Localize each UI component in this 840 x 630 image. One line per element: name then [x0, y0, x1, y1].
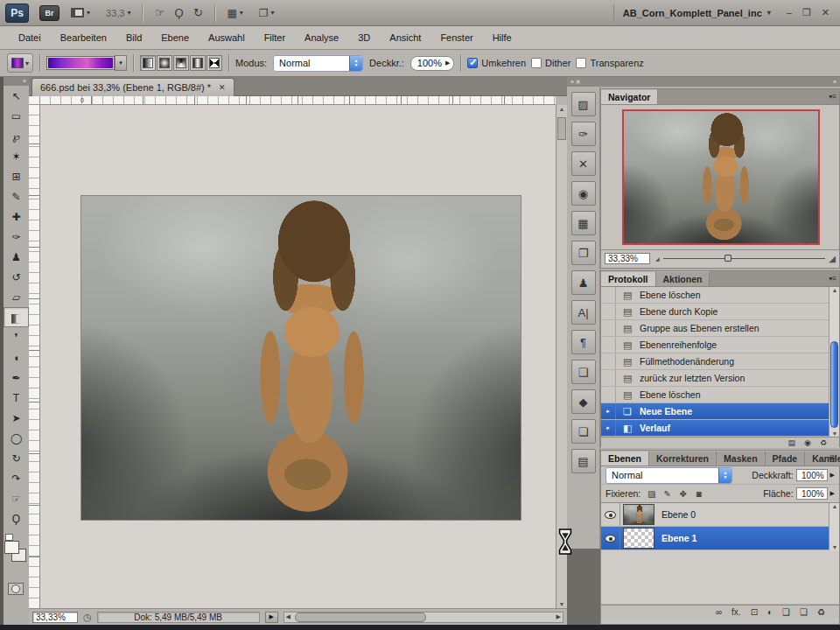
blend-mode-select[interactable]: Normal ▲▼	[273, 55, 363, 72]
history-fuellmethodenaenderung[interactable]: ▤ Füllmethodenänderung	[601, 354, 839, 370]
lasso-tool[interactable]: ℘	[4, 126, 29, 146]
default-colors-icon[interactable]	[5, 534, 13, 541]
history-scrollbar[interactable]: ▲ ▼	[829, 287, 839, 437]
diamond-gradient-button[interactable]	[206, 55, 222, 71]
history-source-well[interactable]	[601, 337, 616, 353]
menu-item[interactable]: Fenster	[430, 26, 482, 49]
fill-field[interactable]: 100%	[796, 487, 828, 500]
delete-layer-button[interactable]: ♻	[817, 606, 825, 618]
healing-brush-tool[interactable]: ✚	[4, 206, 29, 227]
lock-paint-icon[interactable]: ✎	[662, 489, 673, 499]
hand-tool-icon[interactable]: ☞	[150, 6, 169, 19]
tab-pfade[interactable]: Pfade	[766, 451, 806, 466]
status-zoom-field[interactable]: 33,33%	[32, 612, 78, 623]
scroll-up-icon[interactable]: ▲	[830, 503, 840, 509]
gradient-picker-arrow[interactable]: ▾	[115, 55, 127, 71]
canvas-area[interactable]	[40, 105, 556, 608]
history-ebene-loeschen-2[interactable]: ▤ Ebene löschen	[601, 387, 839, 403]
umkehren-checkbox[interactable]: Umkehren	[467, 58, 526, 68]
screen-panel-icon[interactable]: ❐	[571, 241, 596, 265]
close-dock-icon[interactable]: ✕	[576, 79, 581, 85]
scroll-down-icon[interactable]: ▼	[830, 430, 840, 437]
scroll-up-icon[interactable]: ▲	[830, 287, 840, 293]
menu-item[interactable]: Bild	[116, 26, 151, 49]
tool-preset-picker[interactable]: ▾	[7, 53, 33, 73]
scroll-right-icon[interactable]: ▶	[556, 613, 561, 620]
history-brush-tool[interactable]: ↺	[4, 267, 29, 287]
zoom-in-icon[interactable]: ◢	[829, 254, 836, 263]
angle-gradient-button[interactable]	[173, 55, 189, 71]
scroll-up-icon[interactable]: ▲	[556, 106, 567, 112]
history-source-well[interactable]: ▸	[601, 420, 616, 436]
zoom-slider-thumb[interactable]	[724, 255, 732, 262]
history-source-well[interactable]	[601, 370, 616, 386]
tab-navigator[interactable]: Navigator	[601, 89, 658, 104]
panel-menu-icon[interactable]: ▾≡	[829, 93, 836, 101]
menu-item[interactable]: Datei	[9, 26, 51, 49]
navigator-zoom-slider[interactable]: ◢ ◢	[655, 254, 836, 263]
history-source-well[interactable]	[601, 354, 616, 369]
history-source-well[interactable]	[601, 320, 616, 336]
gradient-tool[interactable]: ◧	[4, 307, 29, 327]
visibility-toggle[interactable]	[601, 503, 620, 526]
reflected-gradient-button[interactable]	[190, 55, 206, 71]
brush-tool[interactable]: ✑	[4, 227, 29, 247]
menu-item[interactable]: Auswahl	[199, 26, 255, 49]
layer-row[interactable]: Ebene 0	[601, 503, 839, 527]
color-panel-icon[interactable]: ◉	[571, 181, 596, 206]
eyedropper-tool[interactable]: ✎	[4, 186, 29, 206]
menu-item[interactable]: Filter	[255, 26, 295, 49]
hand-tool[interactable]: ☞	[4, 488, 29, 508]
scroll-down-icon[interactable]: ▼	[830, 544, 840, 550]
zoom-out-icon[interactable]: ◢	[655, 256, 660, 262]
gradient-preview[interactable]	[46, 56, 115, 70]
scroll-left-icon[interactable]: ◀	[286, 613, 290, 620]
quick-mask-button[interactable]	[8, 583, 24, 595]
rotate-view-icon[interactable]: ↻	[188, 6, 207, 19]
history-source-well[interactable]	[601, 304, 616, 319]
new-snapshot-button[interactable]: ◉	[804, 438, 811, 448]
layer-opacity-field[interactable]: 100%	[796, 469, 828, 481]
close-button[interactable]: ✕	[822, 7, 830, 18]
swatches-panel-icon[interactable]: ▦	[571, 211, 596, 235]
navigator-proxy-view[interactable]	[622, 109, 820, 245]
tab-protokoll[interactable]: Protokoll	[601, 271, 656, 286]
menu-item[interactable]: Ansicht	[380, 26, 430, 49]
scroll-down-icon[interactable]: ▼	[556, 601, 567, 607]
layer-comps-panel-icon[interactable]: ❑	[571, 360, 596, 384]
history-ebene-loeschen-1[interactable]: ▤ Ebene löschen	[601, 287, 839, 304]
history-zurueck-letzte-version[interactable]: ▤ zurück zur letzten Version	[601, 370, 839, 387]
view-extras-button[interactable]: ▾	[66, 4, 94, 22]
screen-mode-button[interactable]: ❐ ▾	[255, 4, 279, 22]
collapse-toolbar-icon[interactable]: »	[4, 77, 29, 86]
move-tool[interactable]: ↖	[4, 86, 29, 106]
path-selection-tool[interactable]: ➤	[4, 408, 29, 428]
arrange-documents-button[interactable]: ▦ ▾	[222, 4, 247, 22]
linear-gradient-button[interactable]	[140, 55, 156, 71]
shape-tool[interactable]: ◯	[4, 428, 29, 448]
canvas-image[interactable]	[81, 196, 521, 520]
bridge-launch-button[interactable]: Br	[39, 5, 60, 21]
new-group-button[interactable]: ❑	[782, 606, 790, 618]
delete-state-button[interactable]: ♻	[820, 438, 827, 448]
tab-korrekturen[interactable]: Korrekturen	[649, 451, 717, 466]
clone-source-panel-icon[interactable]: ♟	[571, 270, 596, 295]
photo-panel-icon[interactable]: ▤	[571, 449, 596, 473]
adjustment-layer-button[interactable]: ◐	[767, 606, 773, 618]
foreground-color-swatch[interactable]	[4, 541, 19, 554]
visibility-toggle[interactable]	[601, 527, 620, 550]
add-mask-button[interactable]: ⊡	[751, 606, 758, 618]
clone-stamp-tool[interactable]: ♟	[4, 247, 29, 267]
history-gruppe-aus-ebenen[interactable]: ▤ Gruppe aus Ebenen erstellen	[601, 320, 839, 337]
zoom-level-button[interactable]: 33,3 ▾	[102, 4, 135, 22]
horizontal-scroll-thumb[interactable]	[295, 612, 426, 622]
layer-thumbnail[interactable]	[623, 504, 654, 525]
dither-checkbox[interactable]: Dither	[531, 58, 570, 68]
tab-ebenen[interactable]: Ebenen	[601, 451, 649, 466]
history-verlauf[interactable]: ▸ ◧ Verlauf	[601, 420, 839, 437]
menu-item[interactable]: Ebene	[151, 26, 199, 49]
lock-transparency-icon[interactable]: ▨	[646, 489, 657, 499]
radial-gradient-button[interactable]	[157, 55, 172, 71]
character-panel-icon[interactable]: A|	[571, 300, 596, 325]
layer-style-button[interactable]: fx.	[732, 606, 741, 618]
